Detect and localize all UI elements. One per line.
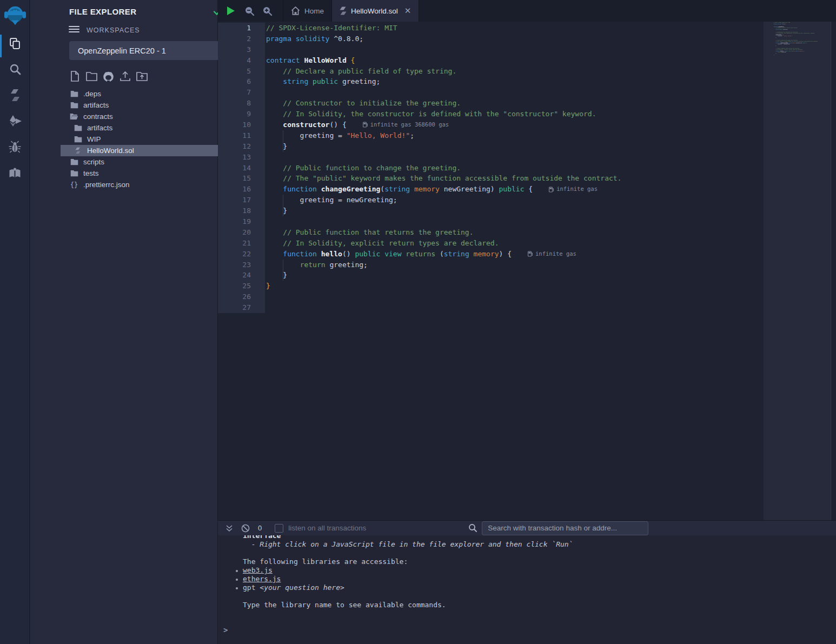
code-line[interactable]: 10 constructor() {infinite gas 368600 ga… [218,119,764,130]
code-line[interactable]: 8 // Constructor to initialize the greet… [218,98,764,109]
code-line[interactable]: 9 // In Solidity, the constructor is def… [218,109,764,119]
code-line[interactable]: 20 // Public function that returns the g… [218,227,764,238]
code-line[interactable]: 16 function changeGreeting(string memory… [218,184,764,195]
sidebar-item-file-explorer[interactable] [0,30,30,56]
code-line[interactable]: 5 // Declare a public field of type stri… [218,66,764,77]
terminal-clear-icon[interactable] [240,524,251,533]
sidebar-item-learneth[interactable] [0,160,30,186]
code-line[interactable]: 23 return greeting; [218,260,764,270]
code-line[interactable]: 14 // Public function to change the gree… [218,163,764,174]
deploy-run-icon [8,115,22,128]
tab-label: Home [304,7,324,15]
line-number: 17 [218,195,265,205]
code-text: // The "public" keyword makes the functi… [265,173,621,184]
terminal-line [243,592,836,601]
line-number: 1 [218,23,265,34]
terminal-collapse-icon[interactable] [223,525,235,532]
code-editor[interactable]: 1// SPDX-License-Identifier: MIT2pragma … [218,22,764,520]
sidebar-item-solidity-compiler[interactable] [0,82,30,108]
workspace-select[interactable]: OpenZeppelin ERC20 - 1 [69,41,238,60]
solidity-file-icon [340,6,347,15]
run-script-button[interactable] [220,0,241,22]
code-line[interactable]: 12 } [218,141,764,152]
code-line[interactable]: 22 function hello() public view returns … [218,249,764,260]
terminal-line: The following libraries are accessible: [243,557,836,566]
remix-logo-icon [4,4,26,26]
code-line[interactable]: 26 [218,291,764,302]
listen-checkbox-label[interactable]: listen on all transactions [288,524,366,532]
tree-item-label: tests [83,169,99,177]
code-text: } [265,270,287,281]
code-line[interactable]: 25} [218,281,764,291]
github-icon[interactable] [102,70,114,82]
gas-estimate-widget: infinite gas 368600 gas [363,119,449,130]
code-line[interactable]: 6 string public greeting; [218,76,764,87]
code-line[interactable]: 13 [218,152,764,163]
code-line[interactable]: 15 // The "public" keyword makes the fun… [218,173,764,184]
code-line[interactable]: 4contract HelloWorld { [218,55,764,66]
terminal-link[interactable]: ethers.js [243,575,281,583]
tree-item-label: artifacts [83,101,109,109]
terminal-search-icon [467,523,479,533]
workspaces-label: WORKSPACES [87,26,140,34]
line-number: 15 [218,173,265,184]
line-number: 19 [218,216,265,227]
upload-file-icon[interactable] [119,70,131,82]
close-tab-icon[interactable]: ✕ [404,6,412,16]
sidebar-item-deploy-and-run[interactable] [0,108,30,134]
code-line[interactable]: 2pragma solidity ^0.8.0; [218,34,764,44]
tree-item-label: scripts [83,158,104,166]
code-line[interactable]: 19 [218,216,764,227]
terminal-line: Type the library name to see available c… [243,601,836,609]
code-line[interactable]: 3 [218,44,764,55]
code-line[interactable]: 11 greeting = "Hello, World!"; [218,130,764,141]
code-text: // Constructor to initialize the greetin… [265,98,461,109]
line-number: 13 [218,152,265,163]
load-folder-icon[interactable] [136,70,148,82]
code-text: } [265,281,270,291]
editor-zoom-in-button[interactable] [258,0,276,22]
code-text: } [265,205,287,216]
line-number: 25 [218,281,265,291]
code-line[interactable]: 7 [218,87,764,98]
listen-checkbox[interactable] [275,524,283,533]
new-folder-icon[interactable] [85,70,97,82]
workspaces-menu-icon[interactable] [69,26,79,34]
code-line[interactable]: 17 greeting = newGreeting; [218,195,764,205]
tree-item-label: .deps [83,90,101,98]
terminal-search-input[interactable] [482,521,648,535]
editor-zoom-out-button[interactable] [241,0,258,22]
terminal-link[interactable]: web3.js [243,566,273,574]
line-number: 12 [218,141,265,152]
code-text: // In Solidity, the constructor is defin… [265,109,596,119]
editor-scrollbar[interactable] [831,22,836,520]
line-number: 6 [218,76,265,87]
code-text: greeting = newGreeting; [265,195,397,205]
code-text [265,216,266,227]
code-text: greeting = "Hello, World!"; [265,130,414,141]
terminal-output[interactable]: interface - Right click on a JavaScript … [218,535,836,644]
code-line[interactable]: 21 // In Solidity, explicit return types… [218,238,764,249]
code-text: greeting = "Hello, World!"; [773,35,792,36]
remix-ide-window: FILE EXPLORER WORKSPACES OpenZeppelin ER… [0,0,836,644]
new-file-icon[interactable] [69,70,81,82]
terminal-line: interface [243,535,836,540]
line-number: 9 [218,109,265,119]
tab-helloworld-sol[interactable]: HelloWorld.sol ✕ [332,0,419,22]
code-line[interactable]: 1// SPDX-License-Identifier: MIT [218,23,764,34]
line-number: 4 [218,55,265,66]
sidebar-item-debugger[interactable] [0,134,30,160]
code-text: // Public function to change the greetin… [265,163,461,174]
code-text: function hello() public view returns (st… [265,249,512,260]
editor-minimap[interactable]: // SPDX-License-Identifier: MITpragma so… [764,22,831,520]
code-line[interactable]: 27 [218,302,764,313]
line-number: 24 [218,270,265,281]
sidebar-item-search[interactable] [0,56,30,82]
terminal-line: gpt <your question here> [243,583,836,592]
remix-logo[interactable] [0,0,30,30]
terminal-prompt[interactable]: > [223,626,836,634]
code-text: constructor() { [265,119,347,130]
code-line[interactable]: 18 } [218,205,764,216]
code-line[interactable]: 24 } [218,270,764,281]
tab-home[interactable]: Home [283,0,332,22]
